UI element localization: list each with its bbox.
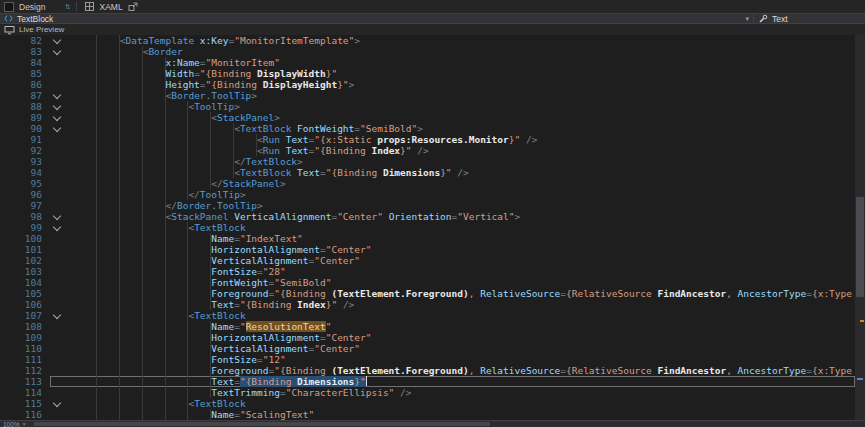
code-line-body: <DataTemplate x:Key="MonitorItemTemplate… [50,35,855,46]
code-line[interactable]: 115 <TextBlock [0,398,855,409]
line-number[interactable]: 111 [0,354,50,365]
line-number[interactable]: 100 [0,233,50,244]
code-line[interactable]: 85 Width="{Binding DisplayWidth}" [0,68,855,79]
code-line[interactable]: 113 Text="{Binding Dimensions}" [0,376,855,387]
line-number[interactable]: 84 [0,57,50,68]
fold-chevron-icon[interactable] [50,398,66,409]
line-number[interactable]: 92 [0,145,50,156]
code-line[interactable]: 96 </ToolTip> [0,189,855,200]
line-number[interactable]: 115 [0,398,50,409]
code-line[interactable]: 104 FontWeight="SemiBold" [0,277,855,288]
code-line[interactable]: 111 FontSize="12" [0,354,855,365]
line-number[interactable]: 107 [0,310,50,321]
line-number[interactable]: 103 [0,266,50,277]
code-line[interactable]: 93 </TextBlock> [0,156,855,167]
tab-xaml[interactable]: XAML [99,2,122,12]
code-line[interactable]: 100 Name="IndexText" [0,233,855,244]
line-number[interactable]: 88 [0,101,50,112]
line-number[interactable]: 94 [0,167,50,178]
horizontal-scrollbar[interactable] [34,422,862,426]
fold-chevron-icon[interactable] [50,90,66,101]
line-number[interactable]: 109 [0,332,50,343]
line-number[interactable]: 97 [0,200,50,211]
line-number[interactable]: 95 [0,178,50,189]
fold-chevron-icon[interactable] [50,310,66,321]
line-number[interactable]: 89 [0,112,50,123]
scrollbar-thumb[interactable] [856,197,864,297]
code-line[interactable]: 99 <TextBlock [0,222,855,233]
line-number[interactable]: 116 [0,409,50,420]
code-line[interactable]: 109 HorizontalAlignment="Center" [0,332,855,343]
code-line[interactable]: 90 <TextBlock FontWeight="SemiBold"> [0,123,855,134]
line-number[interactable]: 87 [0,90,50,101]
line-number[interactable]: 82 [0,35,50,46]
line-number[interactable]: 106 [0,299,50,310]
popout-window-icon[interactable] [128,2,138,12]
line-number[interactable]: 101 [0,244,50,255]
code-line[interactable]: 94 <TextBlock Text="{Binding Dimensions}… [0,167,855,178]
fold-gutter [50,68,66,79]
line-number[interactable]: 91 [0,134,50,145]
code-line[interactable]: 82 <DataTemplate x:Key="MonitorItemTempl… [0,35,855,46]
code-line[interactable]: 107 <TextBlock [0,310,855,321]
code-line[interactable]: 91 <Run Text="{x:Static props:Resources.… [0,134,855,145]
zoom-control[interactable]: 100% [3,421,20,427]
line-number[interactable]: 104 [0,277,50,288]
fold-chevron-icon[interactable] [50,35,66,46]
line-number[interactable]: 102 [0,255,50,266]
code-line[interactable]: 102 VerticalAlignment="Center" [0,255,855,266]
fold-chevron-icon[interactable] [50,101,66,112]
code-line[interactable]: 112 Foreground="{Binding (TextElement.Fo… [0,365,855,376]
fold-chevron-icon[interactable] [50,123,66,134]
code-line[interactable]: 86 Height="{Binding DisplayHeight}"> [0,79,855,90]
tab-design[interactable]: Design [19,2,45,12]
line-number[interactable]: 113 [0,376,50,387]
code-line[interactable]: 103 FontSize="28" [0,266,855,277]
line-number[interactable]: 99 [0,222,50,233]
line-number[interactable]: 98 [0,211,50,222]
line-number[interactable]: 85 [0,68,50,79]
fold-chevron-icon[interactable] [50,112,66,123]
code-line[interactable]: 83 <Border [0,46,855,57]
code-line[interactable]: 110 VerticalAlignment="Center" [0,343,855,354]
code-line[interactable]: 108 Name="ResolutionText" [0,321,855,332]
code-line[interactable]: 89 <StackPanel> [0,112,855,123]
code-line[interactable]: 106 Text="{Binding Index}" /> [0,299,855,310]
hscroll-thumb[interactable] [34,422,489,426]
code-line-text: <TextBlock [66,398,855,409]
code-line[interactable]: 95 </StackPanel> [0,178,855,189]
code-area[interactable]: 82 <DataTemplate x:Key="MonitorItemTempl… [0,35,855,420]
code-line[interactable]: 114 TextTrimming="CharacterEllipsis" /> [0,387,855,398]
code-line[interactable]: 105 Foreground="{Binding (TextElement.Fo… [0,288,855,299]
code-line-body: VerticalAlignment="Center" [50,255,855,266]
vertical-scrollbar[interactable] [855,35,865,420]
code-line[interactable]: 116 Name="ScalingText" [0,409,855,420]
code-line[interactable]: 84 x:Name="MonitorItem" [0,57,855,68]
code-line-body: <Run Text="{x:Static props:Resources.Mon… [50,134,855,145]
line-number[interactable]: 90 [0,123,50,134]
line-number[interactable]: 114 [0,387,50,398]
code-line[interactable]: 92 <Run Text="{Binding Index}" /> [0,145,855,156]
fold-chevron-icon[interactable] [50,222,66,233]
code-line[interactable]: 97 </Border.ToolTip> [0,200,855,211]
line-number[interactable]: 86 [0,79,50,90]
code-line[interactable]: 98 <StackPanel VerticalAlignment="Center… [0,211,855,222]
line-number[interactable]: 105 [0,288,50,299]
code-line[interactable]: 101 HorizontalAlignment="Center" [0,244,855,255]
code-line-body: </StackPanel> [50,178,855,189]
fold-gutter [50,409,66,420]
line-number[interactable]: 112 [0,365,50,376]
code-line[interactable]: 88 <ToolTip> [0,101,855,112]
line-number[interactable]: 110 [0,343,50,354]
line-number[interactable]: 96 [0,189,50,200]
line-number[interactable]: 83 [0,46,50,57]
line-number[interactable]: 93 [0,156,50,167]
fold-chevron-icon[interactable] [50,46,66,57]
property-breadcrumb-combo[interactable]: Text [753,14,865,23]
code-line-body: <Run Text="{Binding Index}" /> [50,145,855,156]
code-line[interactable]: 87 <Border.ToolTip> [0,90,855,101]
line-number[interactable]: 108 [0,321,50,332]
swap-panes-icon[interactable]: ↑↓ [64,2,68,11]
fold-chevron-icon[interactable] [50,211,66,222]
element-breadcrumb-combo[interactable]: TextBlock ▾ [0,14,753,23]
